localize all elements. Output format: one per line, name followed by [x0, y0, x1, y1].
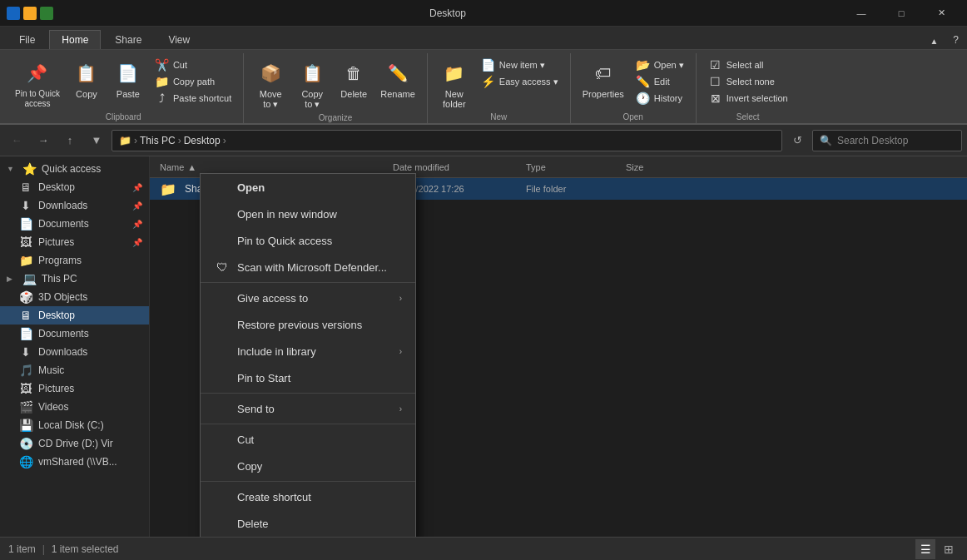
column-size[interactable]: Size — [619, 162, 702, 172]
select-small-btns: ☑ Select all ☐ Select none ⊠ Invert sele… — [703, 57, 793, 107]
recent-locations-button[interactable]: ▼ — [85, 129, 108, 152]
open-items: 🏷 Properties 📂 Open ▾ ✏️ Edit 🕐 History — [578, 53, 689, 112]
ctx-include-library[interactable]: Include in library › — [201, 338, 415, 364]
ctx-create-shortcut[interactable]: Create shortcut — [201, 483, 415, 510]
column-date-modified[interactable]: Date modified — [386, 162, 519, 172]
ctx-give-access[interactable]: Give access to › — [201, 285, 415, 311]
paste-label: Paste — [117, 89, 140, 99]
invert-selection-button[interactable]: ⊠ Invert selection — [703, 90, 793, 107]
organize-items: 📦 Moveto ▾ 📋 Copyto ▾ 🗑 Delete ✏️ Rename — [250, 53, 420, 113]
sidebar-item-cd-drive[interactable]: 💿 CD Drive (D:) Vir — [0, 434, 149, 453]
up-button[interactable]: ↑ — [58, 129, 82, 152]
new-item-button[interactable]: 📄 New item ▾ — [476, 57, 563, 73]
move-to-button[interactable]: 📦 Moveto ▾ — [250, 57, 290, 113]
sidebar-item-documents[interactable]: 📄 Documents 📌 — [0, 215, 149, 233]
tab-file[interactable]: File — [7, 30, 47, 49]
sidebar-label-cd-drive: CD Drive (D:) Vir — [38, 438, 113, 449]
sidebar-item-pictures2[interactable]: 🖼 Pictures — [0, 379, 149, 398]
column-type[interactable]: Type — [519, 162, 619, 172]
forward-button[interactable]: → — [32, 129, 55, 152]
ctx-open-new-window[interactable]: Open in new window — [201, 201, 415, 227]
maximize-button[interactable]: □ — [882, 0, 920, 27]
sidebar-item-pictures[interactable]: 🖼 Pictures 📌 — [0, 233, 149, 251]
ctx-pin-start-label: Pin to Start — [237, 372, 290, 384]
vmshared-icon: 🌐 — [18, 455, 33, 468]
new-group-label: New — [490, 112, 507, 123]
ribbon-collapse-btn[interactable]: ▲ — [923, 33, 945, 49]
downloads-pin-icon: 📌 — [132, 201, 142, 211]
pictures2-icon: 🖼 — [18, 382, 33, 395]
title-bar-icons — [7, 7, 53, 20]
minimize-button[interactable]: — — [842, 0, 880, 27]
select-all-icon: ☑ — [708, 58, 723, 72]
ctx-send-to[interactable]: Send to › — [201, 395, 415, 422]
delete-label: Delete — [340, 89, 367, 99]
delete-button[interactable]: 🗑 Delete — [334, 57, 374, 102]
sidebar-item-music[interactable]: 🎵 Music — [0, 361, 149, 379]
sidebar-item-videos[interactable]: 🎬 Videos — [0, 398, 149, 416]
sidebar-label-downloads2: Downloads — [38, 346, 87, 358]
sidebar-item-desktop[interactable]: 🖥 Desktop 📌 — [0, 178, 149, 196]
open-ribbon-button[interactable]: 📂 Open ▾ — [631, 57, 689, 73]
ctx-cut[interactable]: Cut — [201, 426, 415, 453]
tab-share[interactable]: Share — [102, 30, 154, 49]
edit-ribbon-button[interactable]: ✏️ Edit — [631, 73, 689, 90]
ctx-pin-quick-access[interactable]: Pin to Quick access — [201, 227, 415, 254]
ctx-scan-defender[interactable]: 🛡 Scan with Microsoft Defender... — [201, 254, 415, 280]
refresh-button[interactable]: ↺ — [786, 129, 809, 152]
sidebar-item-this-pc[interactable]: ▶ 💻 This PC — [0, 270, 149, 288]
new-folder-button[interactable]: 📁 Newfolder — [434, 57, 474, 112]
sidebar-item-desktop2[interactable]: 🖥 Desktop — [0, 306, 149, 325]
sidebar-item-vmshared[interactable]: 🌐 vmShared (\\VB... — [0, 453, 149, 471]
copy-button[interactable]: 📋 Copy — [67, 57, 107, 102]
paste-shortcut-icon: ⤴ — [155, 92, 170, 105]
close-button[interactable]: ✕ — [922, 0, 960, 27]
paste-shortcut-button[interactable]: ⤴ Paste shortcut — [150, 90, 236, 107]
music-icon: 🎵 — [18, 364, 33, 377]
ribbon-tabs: File Home Share View ▲ ? — [0, 27, 967, 50]
detail-view-button[interactable]: ⊞ — [939, 539, 959, 559]
status-item-selected: 1 item selected — [52, 543, 119, 555]
pin-to-quick-access-button[interactable]: 📌 Pin to Quickaccess — [10, 57, 65, 112]
search-bar[interactable]: 🔍 Search Desktop — [812, 130, 962, 151]
ctx-open[interactable]: Open — [201, 174, 415, 201]
sidebar-item-downloads2[interactable]: ⬇ Downloads — [0, 343, 149, 361]
paste-button[interactable]: 📄 Paste — [108, 57, 148, 102]
select-none-button[interactable]: ☐ Select none — [703, 73, 793, 90]
ctx-restore-versions[interactable]: Restore previous versions — [201, 311, 415, 338]
sidebar-item-local-disk[interactable]: 💾 Local Disk (C:) — [0, 416, 149, 434]
cut-button[interactable]: ✂️ Cut — [150, 57, 236, 73]
ctx-copy[interactable]: Copy — [201, 453, 415, 479]
ctx-open-new-window-label: Open in new window — [237, 208, 337, 221]
ctx-shield-icon: 🛡 — [214, 259, 231, 275]
tab-view[interactable]: View — [156, 30, 202, 49]
list-view-button[interactable]: ☰ — [915, 539, 935, 559]
new-small-btns: 📄 New item ▾ ⚡ Easy access ▾ — [476, 57, 563, 90]
ctx-include-library-icon — [214, 343, 231, 359]
cd-drive-icon: 💿 — [18, 437, 33, 450]
rename-button[interactable]: ✏️ Rename — [375, 57, 420, 102]
sidebar-item-3d-objects[interactable]: 🎲 3D Objects — [0, 288, 149, 306]
ctx-delete[interactable]: Delete — [201, 510, 415, 537]
sidebar-item-quick-access[interactable]: ▼ ⭐ Quick access — [0, 160, 149, 178]
history-ribbon-button[interactable]: 🕐 History — [631, 90, 689, 107]
copy-to-button[interactable]: 📋 Copyto ▾ — [292, 57, 332, 113]
back-button[interactable]: ← — [5, 129, 28, 152]
sidebar-item-documents2[interactable]: 📄 Documents — [0, 325, 149, 343]
easy-access-button[interactable]: ⚡ Easy access ▾ — [476, 73, 563, 90]
properties-ribbon-button[interactable]: 🏷 Properties — [578, 57, 629, 102]
copy-path-button[interactable]: 📁 Copy path — [150, 73, 236, 90]
properties-ribbon-label: Properties — [583, 89, 624, 99]
address-path[interactable]: 📁 › This PC › Desktop › — [112, 130, 782, 151]
desktop2-icon: 🖥 — [18, 309, 33, 322]
column-name[interactable]: Name ▲ — [153, 162, 386, 172]
path-segment-desktop: Desktop — [184, 135, 221, 146]
edit-ribbon-icon: ✏️ — [636, 75, 651, 88]
tab-home[interactable]: Home — [49, 30, 101, 49]
ctx-include-library-label: Include in library — [237, 345, 316, 358]
sidebar-item-downloads[interactable]: ⬇ Downloads 📌 — [0, 196, 149, 215]
help-button[interactable]: ? — [945, 31, 967, 49]
ctx-pin-start[interactable]: Pin to Start — [201, 364, 415, 391]
sidebar-item-programs[interactable]: 📁 Programs — [0, 251, 149, 270]
select-all-button[interactable]: ☑ Select all — [703, 57, 793, 73]
